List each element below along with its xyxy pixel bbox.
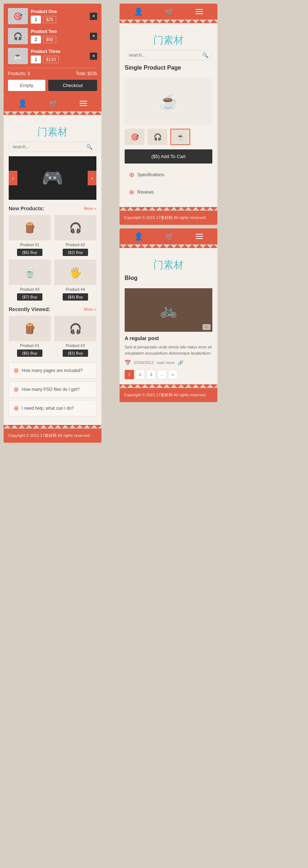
faq-item[interactable]: ⊕ How many PSD files do I get?: [9, 381, 96, 397]
search-bar: 🔍: [9, 142, 96, 152]
cart-item-image: 🎯: [8, 8, 28, 24]
menu-icon[interactable]: [80, 101, 87, 106]
image-slider: 🎮 ‹ ›: [9, 156, 96, 200]
empty-button[interactable]: Empty: [8, 80, 45, 91]
cart-item: 🎧 Product Two $50 ✕: [8, 28, 97, 44]
cart-item-image: 🎧: [8, 28, 28, 44]
buy-button[interactable]: ($2) Buy: [63, 249, 88, 256]
product-name: Product #2: [54, 343, 96, 348]
recently-viewed-header: Recently Viewed: More »: [9, 306, 96, 312]
blog-image: 🚲 45: [125, 288, 212, 332]
specifications-label: Specifications: [137, 172, 164, 177]
cart-remove-button[interactable]: ✕: [90, 33, 97, 40]
menu-icon[interactable]: [196, 9, 203, 14]
search-bar: 🔍: [125, 50, 212, 60]
cart-item-name: Product Three: [31, 49, 87, 54]
product-image: 🍵: [9, 260, 51, 285]
product-name: Product #4: [54, 287, 96, 292]
faq-item[interactable]: ⊕ How many pages are included?: [9, 363, 96, 379]
faq-question: How many pages are included?: [22, 368, 83, 373]
blog-date: 03/06/2013: [134, 360, 154, 365]
left-phone-frame: 👤 🛒 门素材 🔍 🎮 ‹: [4, 95, 101, 443]
thumbnail[interactable]: 🎯: [125, 129, 145, 145]
cart-item-name: Product Two: [31, 29, 87, 34]
user-icon[interactable]: 👤: [18, 99, 27, 108]
product-main-image: ☕: [125, 78, 212, 125]
accordion-expand-icon: ⊕: [129, 188, 134, 196]
phone-body: 门素材 🔍 🎮 ‹ › New Products: More »: [4, 115, 101, 425]
search-input[interactable]: [129, 53, 202, 58]
recently-viewed-title: Recently Viewed:: [9, 306, 50, 312]
new-products-grid: 🪵 Product #1 ($5) Buy 🎧 Product #2 ($2) …: [9, 215, 96, 301]
checkout-button[interactable]: Checkout: [48, 80, 97, 91]
buy-button[interactable]: ($5) Buy: [17, 350, 42, 357]
slider-next-button[interactable]: ›: [88, 171, 96, 185]
logo: 门素材: [9, 120, 96, 142]
product-image: 🎧: [54, 316, 96, 341]
cart-total: Total: $235: [76, 71, 97, 76]
faq-expand-icon: ⊕: [13, 385, 19, 393]
buy-button[interactable]: ($5) Buy: [17, 249, 42, 256]
faq-item[interactable]: ⊕ I need help, what can I do?: [9, 400, 96, 416]
recently-viewed-grid: 🪵 Product #1 ($5) Buy 🎧 Product #2 ($2) …: [9, 316, 96, 357]
page-button-dots: ...: [157, 370, 167, 379]
cart-item-image: ☕: [8, 48, 28, 64]
specifications-accordion[interactable]: ⊕ Specifications: [125, 167, 212, 182]
slider-prev-button[interactable]: ‹: [9, 171, 17, 185]
product-name: Product #3: [9, 287, 51, 292]
logo: 门素材: [125, 253, 212, 275]
thumbnail-active[interactable]: ☕: [170, 129, 190, 145]
mobile-header: 👤 🛒: [120, 228, 217, 244]
menu-icon[interactable]: [196, 234, 203, 239]
search-input[interactable]: [13, 144, 86, 149]
cart-item-info: Product One $25: [31, 9, 87, 24]
cart-item-info: Product Three $110: [31, 49, 87, 63]
pagination: 1 2 3 ... »: [125, 370, 212, 379]
left-footer: Copyright © 2015 17素材网 All rights reserv…: [4, 429, 101, 443]
user-icon[interactable]: 👤: [134, 232, 143, 241]
product-image: 🪵: [9, 316, 51, 341]
page-button-next[interactable]: »: [168, 370, 178, 379]
read-more-link[interactable]: read more: [157, 360, 175, 365]
cart-icon[interactable]: 🛒: [165, 7, 174, 16]
cart-item-price: $110: [43, 56, 59, 63]
cart-icon[interactable]: 🛒: [49, 99, 58, 108]
buy-button[interactable]: ($2) Buy: [63, 350, 88, 357]
new-products-header: New Products: More »: [9, 206, 96, 211]
user-icon[interactable]: 👤: [134, 7, 143, 16]
cart-qty-input[interactable]: [31, 55, 41, 63]
new-products-more[interactable]: More »: [84, 206, 96, 211]
buy-button[interactable]: ($7) Buy: [17, 293, 42, 301]
faq-expand-icon: ⊕: [13, 367, 19, 375]
product-image: 🎧: [54, 215, 96, 240]
add-to-cart-button[interactable]: ($5) Add To Cart: [125, 149, 212, 164]
link-icon: 🔗: [178, 360, 183, 365]
product-image: 🪵: [9, 215, 51, 240]
mobile-header: 👤 🛒: [120, 4, 217, 20]
product-card: 🎧 Product #2 ($2) Buy: [54, 215, 96, 256]
product-card: 🍵 Product #3 ($7) Buy: [9, 260, 51, 301]
reviews-accordion[interactable]: ⊕ Reviews: [125, 185, 212, 200]
blog-number-badge: 45: [203, 324, 211, 330]
cart-item-price: $50: [43, 36, 56, 43]
buy-button[interactable]: ($4) Buy: [63, 293, 88, 301]
cart-item-info: Product Two $50: [31, 29, 87, 44]
thumbnail[interactable]: 🎧: [147, 129, 167, 145]
page-button-3[interactable]: 3: [146, 370, 156, 379]
page-button-2[interactable]: 2: [136, 370, 145, 379]
recently-viewed-more[interactable]: More »: [84, 307, 96, 311]
cart-icon[interactable]: 🛒: [165, 232, 174, 241]
cart-remove-button[interactable]: ✕: [90, 53, 97, 60]
blog-post-title: A regular post: [125, 335, 212, 341]
calendar-icon: 📅: [125, 360, 131, 365]
cart-remove-button[interactable]: ✕: [90, 13, 97, 20]
game-controller-icon: 🎮: [42, 168, 63, 188]
slider-image: 🎮: [9, 156, 96, 200]
bike-icon: 🚲: [159, 302, 178, 319]
blog-page-title: Blog: [125, 275, 212, 281]
page-button-1[interactable]: 1: [125, 370, 134, 379]
search-icon: 🔍: [202, 52, 208, 58]
cart-qty-input[interactable]: [31, 36, 41, 44]
cart-products-count: Products: 3: [8, 71, 30, 76]
cart-qty-input[interactable]: [31, 16, 41, 24]
